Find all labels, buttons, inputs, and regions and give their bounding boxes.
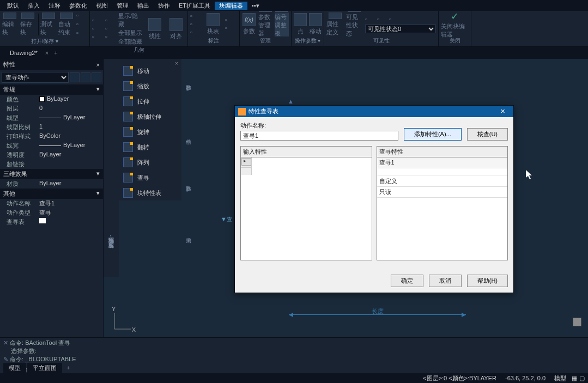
table-cell[interactable]: 只读 — [377, 187, 508, 198]
menu-overflow-icon[interactable]: ▪▪▾ — [247, 2, 264, 9]
visibility-state-button[interactable]: 可见性状态 — [346, 13, 363, 37]
input-properties-table[interactable]: 输入特性 — [240, 146, 372, 260]
move-button[interactable]: 移动 — [309, 13, 322, 37]
menu-item-active[interactable]: 块编辑器 — [215, 2, 247, 10]
ribbon-small-button[interactable]: ▫ — [105, 25, 116, 33]
menu-item[interactable]: 插入 — [23, 2, 44, 10]
add-property-button[interactable]: 添加特性(A)... — [404, 128, 462, 141]
ribbon-small-button[interactable]: ▫ — [389, 16, 400, 23]
action-name-input[interactable] — [240, 131, 398, 141]
ribbon-small-button[interactable]: ▫ — [76, 21, 87, 28]
prop-value[interactable]: 查寻 — [39, 209, 103, 217]
lookup-properties-table[interactable]: 查寻特性 查寻1 自定义 只读 — [377, 146, 508, 260]
tab-add-icon[interactable]: + — [51, 50, 60, 56]
prop-value[interactable]: 0 — [39, 105, 103, 113]
align-button[interactable]: 对齐 — [166, 17, 185, 41]
collapse-icon[interactable]: ▾ — [96, 170, 100, 178]
prop-value[interactable]: ByLayer — [39, 142, 103, 150]
status-mode[interactable]: 模型 — [551, 374, 569, 382]
menu-item[interactable]: 参数化 — [65, 2, 92, 10]
prop-value[interactable]: ByLayer — [39, 180, 103, 188]
audit-button[interactable]: 核查(U) — [467, 128, 508, 141]
layout-tab-model[interactable]: 模型 — [3, 363, 26, 373]
prop-value[interactable]: ByLayer — [39, 151, 103, 159]
visibility-dropdown[interactable]: 可见性状态0 — [365, 25, 436, 33]
point-button[interactable]: 点 — [294, 13, 307, 37]
save-block-button[interactable]: 保存块 — [20, 13, 36, 37]
prop-value[interactable] — [39, 160, 103, 168]
quick-select-icon[interactable] — [70, 72, 80, 82]
menu-item[interactable]: 默认 — [3, 2, 23, 10]
ribbon-small-button[interactable]: ▫ — [365, 16, 376, 23]
palette-item-flip[interactable]: 翻转 — [119, 139, 181, 155]
document-tab[interactable]: Drawing2* — [4, 48, 43, 57]
section-header[interactable]: 其他 — [3, 190, 15, 198]
palette-item-move[interactable]: 移动 — [119, 63, 181, 78]
param-manager-button[interactable]: 参数管理器 — [258, 13, 272, 37]
command-input[interactable] — [12, 366, 583, 373]
menu-item[interactable]: ET扩展工具 — [174, 2, 215, 10]
ribbon-small-button[interactable]: ▫ — [92, 17, 103, 25]
table-cell[interactable]: 自定义 — [377, 176, 508, 187]
ribbon-small-button[interactable]: ▫ — [190, 29, 201, 37]
close-editor-button[interactable]: ✓关闭块编辑器 — [441, 13, 468, 37]
cancel-button[interactable]: 取消 — [429, 275, 462, 287]
menu-item[interactable]: 视图 — [92, 2, 112, 10]
ribbon-small-button[interactable]: ▫ — [92, 25, 103, 33]
auto-constrain-button[interactable]: 自动约束 — [58, 13, 74, 37]
fx-button[interactable]: f(x)参数 — [242, 13, 256, 37]
ribbon-small-button[interactable]: ▫ — [190, 21, 201, 28]
dimension-line[interactable]: 长度 — [289, 314, 466, 321]
action-marker-icon[interactable] — [573, 318, 581, 326]
collapse-icon[interactable]: ▾ — [96, 86, 100, 94]
ribbon-small-button[interactable]: ▫ — [76, 29, 87, 37]
ribbon-small-button[interactable]: ▫ — [92, 33, 103, 41]
palette-item-lookup[interactable]: 查寻 — [119, 170, 181, 185]
table-column-header[interactable]: 查寻1 — [377, 157, 508, 168]
edit-block-button[interactable]: 编辑块 — [2, 13, 18, 37]
menu-item[interactable]: 注释 — [44, 2, 65, 10]
ribbon-small-button[interactable]: ▫ — [225, 16, 236, 24]
dialog-close-icon[interactable]: ✕ — [495, 108, 510, 115]
palette-item-polar-stretch[interactable]: 极轴拉伸 — [119, 109, 181, 124]
ribbon-small-button[interactable]: ▫ — [105, 17, 116, 25]
layout-tab[interactable]: 平立面图 — [27, 363, 62, 373]
menu-item[interactable]: 管理 — [112, 2, 133, 10]
adjust-panel-button[interactable]: 编号调整板 — [275, 13, 289, 37]
hide-all-button[interactable]: 全部隐藏 — [118, 38, 143, 46]
section-header[interactable]: 三维效果 — [3, 170, 27, 178]
block-table-button[interactable]: 块表 — [203, 13, 223, 37]
status-toggle-icon[interactable]: ▢ — [579, 375, 585, 382]
menu-item[interactable]: 协作 — [154, 2, 174, 10]
palette-item-array[interactable]: 阵列 — [119, 155, 181, 170]
prop-value[interactable] — [39, 218, 103, 226]
tab-close-icon[interactable]: × — [43, 50, 51, 56]
palette-item-scale[interactable]: 缩放 — [119, 78, 181, 94]
panel-close-icon[interactable]: × — [96, 62, 100, 68]
layout-add-icon[interactable]: + — [63, 364, 73, 371]
collapse-icon[interactable]: ▾ — [96, 190, 100, 198]
prop-value[interactable]: ByLayer — [39, 114, 103, 122]
object-type-selector[interactable]: 查寻动作 — [2, 72, 69, 83]
attr-def-button[interactable]: 属性定义 — [326, 13, 344, 37]
prop-value[interactable]: ByLayer — [39, 95, 103, 104]
show-hide-button[interactable]: 显示/隐藏 — [118, 12, 143, 28]
prop-value[interactable]: 1 — [39, 123, 103, 131]
section-header[interactable]: 常规 — [3, 86, 15, 94]
select-objects-icon[interactable] — [81, 72, 90, 82]
prop-value[interactable]: ByColor — [39, 132, 103, 141]
toggle-pips-icon[interactable] — [92, 72, 101, 82]
status-layer[interactable]: <图层>:0 <颜色>:BYLAYER — [420, 374, 500, 382]
ribbon-small-button[interactable]: ▫ — [105, 33, 116, 41]
test-block-button[interactable]: 测试块 — [40, 13, 56, 37]
prop-value[interactable]: 查寻1 — [39, 199, 103, 208]
lookup-grip-icon[interactable]: ▼查 — [221, 216, 232, 223]
palette-item-rotate[interactable]: 旋转 — [119, 124, 181, 139]
palette-close-icon[interactable]: × — [173, 60, 180, 68]
ribbon-small-button[interactable]: ▫ — [225, 25, 236, 32]
show-all-button[interactable]: 全部显示 — [118, 29, 143, 37]
palette-item-stretch[interactable]: 拉伸 — [119, 94, 181, 109]
ribbon-small-button[interactable]: ▫ — [190, 13, 201, 20]
linear-button[interactable]: 线性 — [145, 17, 164, 41]
status-toggle-icon[interactable]: ▦ — [572, 375, 577, 382]
